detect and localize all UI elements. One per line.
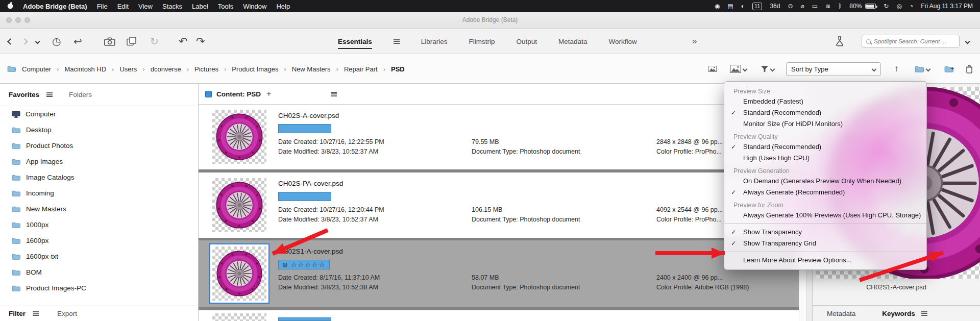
file-thumbnail[interactable] <box>212 178 266 232</box>
menu-item-show-transparency[interactable]: ✓ Show Transparency <box>724 227 926 238</box>
menu-item-monitor-size[interactable]: Monitor Size (For HiDPI Monitors) <box>724 118 926 130</box>
breadcrumb-dconverse[interactable]: dconverse <box>151 65 181 73</box>
breadcrumb-users[interactable]: Users <box>119 65 137 73</box>
sidebar-item-1000px[interactable]: 1000px <box>0 217 198 233</box>
file-name[interactable]: CH02S-A-cover.psd <box>278 112 339 119</box>
menu-item-always-generate-100[interactable]: Always Generate 100% Previews (Uses High… <box>724 210 926 221</box>
breadcrumb-product-images[interactable]: Product Images <box>232 65 278 73</box>
menubar-item-help[interactable]: Help <box>276 3 290 10</box>
breadcrumb-pictures[interactable]: Pictures <box>194 65 218 73</box>
workspace-tab-workflow[interactable]: Workflow <box>608 38 636 45</box>
star-rating[interactable]: ☆☆☆☆☆ <box>291 261 326 268</box>
tab-filter[interactable]: Filter <box>9 310 26 317</box>
move-copy-files-icon[interactable] <box>127 29 137 54</box>
spotlight-search-box[interactable] <box>862 35 960 48</box>
menubar-item-view[interactable]: View <box>138 3 153 10</box>
screen-record-icon[interactable]: ◉ <box>715 3 720 10</box>
redo-icon[interactable]: ↷ <box>196 29 205 54</box>
fitness-label[interactable]: 36d <box>770 3 780 10</box>
sort-ascending-icon[interactable]: ↑ <box>894 54 899 84</box>
filter-panel-menu-icon[interactable] <box>33 311 39 316</box>
new-folder-button[interactable]: + <box>944 54 954 84</box>
sidebar-item-app-images[interactable]: App Images <box>0 154 198 169</box>
delete-trash-button[interactable] <box>966 54 973 84</box>
notification-badge[interactable]: 11 <box>752 3 762 10</box>
file-row[interactable]: CH02S-A-cover.psd Date Created: 10/27/16… <box>199 105 799 169</box>
thumbnail-quality-icon[interactable] <box>708 54 717 84</box>
file-name[interactable]: CH02S1-A-cover.psd <box>278 248 343 255</box>
window-zoom-button[interactable] <box>24 17 30 23</box>
menu-item-standard-quality[interactable]: ✓ Standard (Recommended) <box>724 141 926 153</box>
window-close-button[interactable] <box>6 17 12 23</box>
file-row-selected[interactable]: CH02S1-A-cover.psd ⊘ ☆☆☆☆☆ Date Created:… <box>199 240 799 307</box>
forward-button[interactable] <box>22 29 27 54</box>
file-row[interactable]: CH02S-PA-cover.psd Date Created: 10/27/1… <box>199 172 799 238</box>
search-input[interactable] <box>874 38 955 44</box>
get-photos-from-camera-icon[interactable] <box>104 29 115 54</box>
menubar-item-file[interactable]: File <box>97 3 108 10</box>
search-options-chevron[interactable] <box>966 29 969 54</box>
content-view-options-icon[interactable] <box>331 92 337 96</box>
keywords-panel-menu-icon[interactable] <box>921 311 927 316</box>
battery-percent[interactable]: 80% <box>849 3 862 10</box>
menu-item-learn-more[interactable]: Learn More About Preview Options... <box>724 255 926 266</box>
breadcrumb-psd[interactable]: PSD <box>391 65 405 73</box>
file-row-partial[interactable] <box>199 310 799 321</box>
time-machine-icon[interactable]: ⊜ <box>788 3 793 10</box>
workspace-overflow-chevrons[interactable]: » <box>692 29 697 54</box>
workspace-tab-output[interactable]: Output <box>517 38 537 45</box>
nav-dropdown-chevron[interactable] <box>36 29 39 54</box>
rating-label-bar[interactable]: ⊘ ☆☆☆☆☆ <box>278 260 330 269</box>
breadcrumb-new-masters[interactable]: New Masters <box>292 65 331 73</box>
back-button[interactable] <box>8 29 13 54</box>
menu-item-show-transparency-grid[interactable]: ✓ Show Transparency Grid <box>724 238 926 249</box>
tab-keywords[interactable]: Keywords <box>882 310 915 317</box>
sidebar-item-product-photos[interactable]: Product Photos <box>0 138 198 154</box>
apple-menu[interactable] <box>7 2 13 11</box>
sidebar-item-1600px[interactable]: 1600px <box>0 233 198 249</box>
control-center-icon[interactable]: ◔ <box>910 3 913 10</box>
tab-favorites[interactable]: Favorites <box>9 91 39 98</box>
sidebar-item-1600px-txt[interactable]: 1600px-txt <box>0 249 198 264</box>
workspace-tab-metadata[interactable]: Metadata <box>558 38 587 45</box>
file-name[interactable]: CH02S-PA-cover.psd <box>278 180 343 187</box>
sidebar-item-new-masters[interactable]: New Masters <box>0 201 198 217</box>
sidebar-item-incoming[interactable]: Incoming <box>0 185 198 201</box>
rating-label-bar[interactable] <box>278 317 331 321</box>
tab-export[interactable]: Export <box>57 310 77 317</box>
preview-options-button[interactable] <box>730 54 747 84</box>
rating-label-bar[interactable] <box>278 124 331 133</box>
menubar-item-label[interactable]: Label <box>192 3 208 10</box>
workspace-tab-libraries[interactable]: Libraries <box>421 38 448 45</box>
boomerang-icon[interactable]: ↩ <box>74 29 82 54</box>
sidebar-item-bom[interactable]: BOM <box>0 264 198 280</box>
menubar-item-stacks[interactable]: Stacks <box>162 3 182 10</box>
menu-item-embedded[interactable]: Embedded (Fastest) <box>724 96 926 107</box>
menu-item-high-quality[interactable]: High (Uses High CPU) <box>724 153 926 164</box>
recent-files-icon[interactable]: ◷ <box>52 29 61 54</box>
do-not-disturb-icon[interactable]: ⌀ <box>800 3 804 10</box>
sidebar-item-image-catalogs[interactable]: Image Catalogs <box>0 169 198 185</box>
file-thumbnail[interactable] <box>212 110 266 164</box>
file-thumbnail[interactable] <box>212 313 266 321</box>
breadcrumb-repair-part[interactable]: Repair Part <box>344 65 378 73</box>
favorites-panel-menu-icon[interactable] <box>46 92 53 97</box>
menu-item-standard-size[interactable]: ✓ Standard (Recommended) <box>724 107 926 118</box>
file-thumbnail-selected[interactable] <box>209 243 270 304</box>
menubar-clock[interactable]: Fri Aug 11 3:17 PM <box>921 3 973 10</box>
contrast-icon[interactable]: ◐ <box>741 3 745 10</box>
sort-dropdown[interactable]: Sort by Type <box>786 54 881 84</box>
workspace-options-icon[interactable] <box>394 39 400 44</box>
sidebar-item-desktop[interactable]: Desktop <box>0 122 198 138</box>
menubar-item-window[interactable]: Window <box>243 3 266 10</box>
display-icon[interactable]: ▭ <box>812 3 818 10</box>
beta-flask-icon[interactable] <box>835 29 844 54</box>
workspace-tab-essentials[interactable]: Essentials <box>338 38 372 45</box>
recent-folders-button[interactable] <box>915 54 930 84</box>
select-all-checkbox[interactable] <box>205 91 212 97</box>
breadcrumb-macintosh-hd[interactable]: Macintosh HD <box>64 65 106 73</box>
undo-icon[interactable]: ↶ <box>179 29 188 54</box>
sync-icon[interactable]: ↻ <box>884 3 889 10</box>
add-content-tab-button[interactable]: + <box>266 89 271 98</box>
tab-folders[interactable]: Folders <box>69 91 92 98</box>
